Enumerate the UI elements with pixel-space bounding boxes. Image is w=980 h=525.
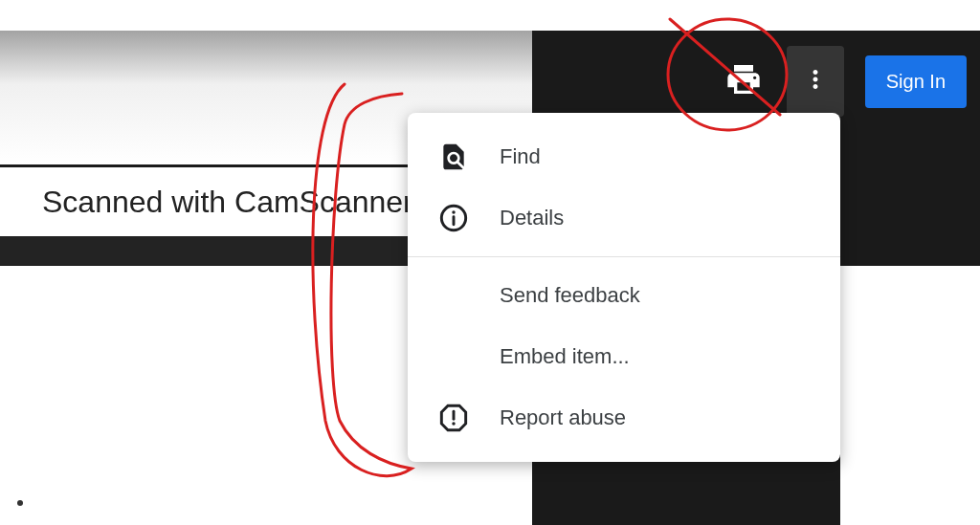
menu-item-embed[interactable]: Embed item... <box>408 326 840 387</box>
report-icon <box>434 403 473 433</box>
viewer-toolbar: Sign In <box>708 46 980 117</box>
svg-point-2 <box>452 210 455 213</box>
menu-divider <box>408 256 840 257</box>
menu-item-details[interactable]: Details <box>408 187 840 249</box>
print-button[interactable] <box>708 46 779 117</box>
info-icon <box>434 203 473 233</box>
svg-point-5 <box>452 422 455 425</box>
sign-in-button[interactable]: Sign In <box>865 55 967 108</box>
print-icon <box>724 60 763 102</box>
menu-item-find[interactable]: Find <box>408 126 840 187</box>
more-vert-icon <box>801 65 830 98</box>
stray-dot <box>17 500 23 506</box>
menu-label: Find <box>500 144 541 169</box>
more-actions-menu: Find Details Send feedback Embed item...… <box>408 113 840 462</box>
menu-label: Embed item... <box>500 344 630 369</box>
menu-label: Report abuse <box>500 405 626 430</box>
find-in-page-icon <box>434 142 473 172</box>
menu-item-send-feedback[interactable]: Send feedback <box>408 265 840 326</box>
menu-label: Send feedback <box>500 283 640 308</box>
menu-item-report-abuse[interactable]: Report abuse <box>408 387 840 448</box>
watermark-text: Scanned with CamScanner <box>42 185 413 220</box>
more-actions-button[interactable] <box>787 46 844 117</box>
menu-label: Details <box>500 206 564 230</box>
top-margin <box>0 0 980 31</box>
